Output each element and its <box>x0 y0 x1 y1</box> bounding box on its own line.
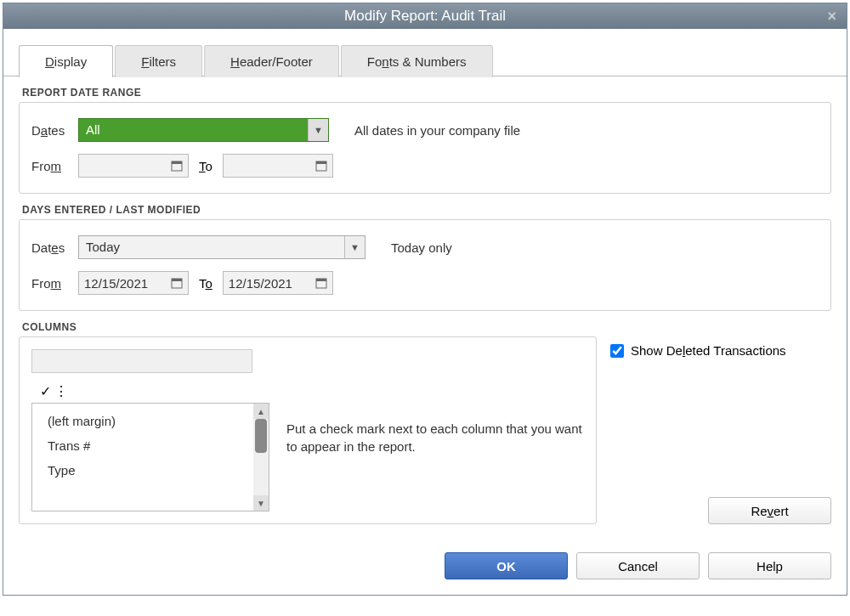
entered-from-date-input[interactable]: 12/15/2021 <box>78 271 189 295</box>
svg-rect-1 <box>172 161 182 164</box>
report-to-date-input[interactable] <box>223 154 333 178</box>
titlebar: Modify Report: Audit Trail × <box>3 3 847 29</box>
list-item[interactable]: (left margin) <box>32 409 269 433</box>
columns-section: ✓ ⋮ (left margin) Trans # Type ▲ ▼ <box>19 336 831 524</box>
close-icon[interactable]: × <box>827 8 836 25</box>
calendar-icon <box>315 160 327 172</box>
dates-label: Dates <box>31 123 78 138</box>
entered-dates-hint: Today only <box>391 240 452 255</box>
show-deleted-label: Show Deleted Transactions <box>631 343 786 358</box>
tab-content: REPORT DATE RANGE Dates All ▼ All dates … <box>3 76 847 537</box>
list-item[interactable]: Type <box>32 458 269 483</box>
scroll-up-icon[interactable]: ▲ <box>253 404 269 419</box>
cancel-button[interactable]: Cancel <box>576 552 700 579</box>
report-from-date-input[interactable] <box>78 154 189 178</box>
modify-report-window: Modify Report: Audit Trail × Display Fil… <box>3 3 847 596</box>
show-deleted-checkbox[interactable] <box>610 344 624 358</box>
entered-to-value: 12/15/2021 <box>229 276 315 291</box>
columns-hint: Put a check mark next to each column tha… <box>286 403 584 511</box>
calendar-icon <box>315 277 327 289</box>
calendar-icon <box>171 160 183 172</box>
help-button[interactable]: Help <box>708 552 831 579</box>
show-deleted-checkbox-row[interactable]: Show Deleted Transactions <box>610 343 831 358</box>
check-indicator: ✓ ⋮ <box>31 380 584 403</box>
scrollbar[interactable]: ▲ ▼ <box>253 404 269 511</box>
dates-label-2: Dates <box>31 240 78 255</box>
ok-button[interactable]: OK <box>445 552 568 579</box>
report-dates-dropdown[interactable]: All ▼ <box>78 118 329 142</box>
window-title: Modify Report: Audit Trail <box>344 8 506 24</box>
list-item[interactable]: Trans # <box>32 433 269 458</box>
svg-rect-3 <box>316 161 326 164</box>
revert-button[interactable]: Revert <box>708 497 831 524</box>
tab-filters[interactable]: Filters <box>115 45 202 77</box>
entered-dates-value: Today <box>79 236 344 258</box>
columns-right-panel: Show Deleted Transactions Revert <box>610 336 831 524</box>
calendar-icon <box>171 277 183 289</box>
scroll-thumb[interactable] <box>255 419 267 453</box>
columns-listbox[interactable]: (left margin) Trans # Type ▲ ▼ <box>31 403 269 511</box>
button-bar: OK Cancel Help <box>3 537 847 595</box>
chevron-down-icon: ▼ <box>308 119 328 141</box>
report-date-range-label: REPORT DATE RANGE <box>19 76 831 102</box>
tab-fonts-numbers[interactable]: Fonts & Numbers <box>341 45 493 77</box>
entered-dates-dropdown[interactable]: Today ▼ <box>78 235 366 259</box>
from-label: From <box>31 159 78 173</box>
report-dates-value: All <box>79 119 308 141</box>
report-date-range-section: Dates All ▼ All dates in your company fi… <box>19 102 831 194</box>
tab-header-footer[interactable]: Header/Footer <box>204 45 339 77</box>
tab-display[interactable]: Display <box>19 45 113 77</box>
entered-from-value: 12/15/2021 <box>84 276 171 291</box>
to-label-2: To <box>199 276 212 291</box>
svg-rect-7 <box>316 279 326 281</box>
columns-search-input[interactable] <box>31 349 252 373</box>
report-dates-hint: All dates in your company file <box>354 123 520 138</box>
svg-rect-5 <box>172 279 182 281</box>
columns-panel: ✓ ⋮ (left margin) Trans # Type ▲ ▼ <box>19 336 597 524</box>
days-entered-label: DAYS ENTERED / LAST MODIFIED <box>19 194 831 219</box>
to-label: To <box>199 159 212 173</box>
columns-label: COLUMNS <box>19 311 831 336</box>
chevron-down-icon: ▼ <box>344 236 365 258</box>
from-label-2: From <box>31 276 78 291</box>
entered-to-date-input[interactable]: 12/15/2021 <box>223 271 333 295</box>
tab-strip: Display Filters Header/Footer Fonts & Nu… <box>3 29 847 76</box>
days-entered-section: Dates Today ▼ Today only From 12/15/2021… <box>19 219 831 311</box>
scroll-down-icon[interactable]: ▼ <box>253 495 269 511</box>
